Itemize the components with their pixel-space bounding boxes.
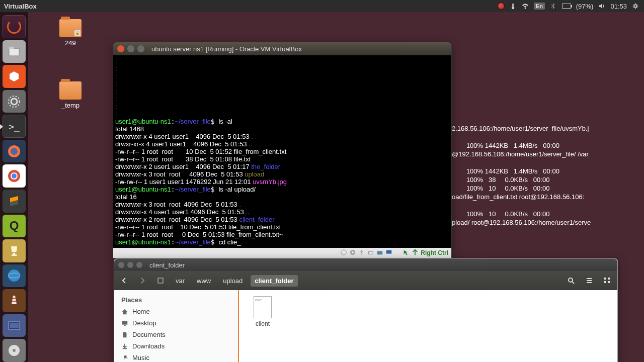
sidebar-home[interactable]: Home (114, 306, 238, 317)
svg-rect-4 (9, 49, 19, 56)
desktop-icon-label: 249 (50, 39, 91, 47)
virtualbox-icon[interactable] (3, 314, 26, 337)
svg-rect-26 (386, 250, 392, 253)
system-settings-icon[interactable] (3, 90, 26, 113)
active-app-name: VirtualBox (4, 3, 37, 10)
view-list-icon[interactable] (582, 274, 596, 288)
svg-point-20 (13, 349, 16, 352)
sidebar-desktop[interactable]: Desktop (114, 317, 238, 329)
svg-rect-25 (377, 251, 383, 254)
svg-rect-16 (12, 301, 16, 302)
wifi-icon[interactable] (522, 3, 529, 10)
svg-point-21 (341, 249, 347, 255)
sidebar-documents[interactable]: Documents (114, 329, 238, 340)
view-grid-icon[interactable] (600, 274, 614, 288)
svg-point-7 (9, 96, 20, 107)
dash-home-icon[interactable] (3, 15, 26, 38)
software-center-icon[interactable] (3, 65, 26, 88)
trophy-icon[interactable] (3, 239, 26, 262)
svg-point-1 (512, 7, 514, 9)
svg-rect-33 (122, 321, 128, 324)
vm-display-icon[interactable] (385, 249, 392, 257)
search-icon[interactable] (564, 274, 578, 288)
battery-icon[interactable] (562, 4, 571, 9)
back-button[interactable] (117, 274, 131, 288)
firefox-icon[interactable] (3, 140, 26, 163)
path-segment-www[interactable]: www (193, 275, 215, 287)
unity-launcher: >_ Q (0, 12, 28, 362)
maximize-icon[interactable] (137, 45, 144, 52)
close-icon[interactable] (118, 262, 124, 268)
file-manager-titlebar[interactable]: client_folder (114, 259, 617, 271)
svg-rect-31 (604, 281, 606, 283)
svg-rect-5 (9, 47, 14, 49)
vm-console[interactable]: : : : : : : : : user1@ubuntu-ns1:~/serve… (113, 55, 451, 248)
lock-icon: 🔒 (74, 30, 80, 36)
sidebar-music[interactable]: Music (114, 352, 238, 362)
background-terminal-output: 2.168.56.106:/home/user1/server_file/uvs… (452, 116, 643, 227)
maximize-icon[interactable] (136, 262, 142, 268)
bluetooth-icon[interactable] (550, 3, 557, 10)
battery-percent: (97%) (576, 3, 594, 10)
path-segment-current[interactable]: client_folder (251, 275, 297, 287)
sidebar-downloads[interactable]: Downloads (114, 340, 238, 352)
file-manager-toolbar: var www upload client_folder (114, 271, 617, 290)
svg-rect-34 (124, 325, 126, 326)
svg-point-23 (352, 251, 354, 253)
qgis-icon[interactable]: Q (3, 215, 26, 238)
svg-point-6 (11, 99, 17, 105)
keyboard-layout-indicator[interactable]: En (534, 3, 544, 10)
vm-mouse-capture-icon[interactable] (403, 249, 410, 257)
desktop-icon-label: _temp (50, 102, 91, 109)
file-manager-window: client_folder var www upload client_fold… (114, 258, 618, 362)
vm-optical-icon[interactable] (349, 249, 356, 257)
svg-rect-0 (513, 4, 514, 7)
path-root-icon[interactable] (153, 274, 168, 288)
globe-app-icon[interactable] (3, 264, 26, 288)
file-item-client[interactable]: oke client (245, 296, 280, 327)
vm-titlebar[interactable]: ubuntu server ns1 [Running] - Oracle VM … (113, 42, 451, 55)
svg-point-2 (525, 8, 526, 9)
vm-usb-icon[interactable] (358, 249, 365, 257)
host-key-label: Right Ctrl (421, 249, 448, 256)
sublime-icon[interactable] (3, 190, 26, 213)
minimize-icon[interactable] (127, 262, 133, 268)
virtualbox-vm-window: ubuntu server ns1 [Running] - Oracle VM … (113, 42, 452, 258)
path-segment-upload[interactable]: upload (219, 275, 247, 287)
svg-rect-32 (608, 281, 610, 283)
svg-rect-24 (369, 251, 373, 254)
volume-icon[interactable] (598, 3, 605, 10)
file-manager-content[interactable]: oke client (239, 290, 617, 362)
chrome-icon[interactable] (3, 164, 26, 188)
vm-keyboard-capture-icon[interactable] (412, 249, 419, 257)
clock[interactable]: 01:53 (610, 3, 627, 10)
vm-disk-icon[interactable] (340, 249, 347, 257)
temperature-icon[interactable] (510, 3, 517, 10)
forward-button[interactable] (135, 274, 149, 288)
vm-shared-folder-icon[interactable] (376, 249, 383, 257)
files-launcher-icon[interactable] (3, 40, 26, 63)
svg-rect-27 (158, 278, 163, 283)
vlc-icon[interactable] (3, 289, 26, 312)
disk-icon[interactable] (3, 339, 26, 362)
minimize-icon[interactable] (127, 45, 134, 52)
close-icon[interactable] (117, 45, 124, 52)
vm-window-title: ubuntu server ns1 [Running] - Oracle VM … (151, 45, 302, 53)
session-gear-icon[interactable] (632, 3, 639, 10)
svg-rect-18 (10, 323, 19, 328)
file-icon: oke (254, 296, 272, 318)
record-indicator-icon[interactable] (498, 3, 505, 10)
desktop-folder-temp[interactable]: _temp (50, 81, 91, 109)
file-manager-title: client_folder (149, 261, 185, 269)
vm-network-icon[interactable] (367, 249, 374, 257)
top-menubar: VirtualBox En (97%) 01:53 (0, 0, 644, 12)
svg-rect-30 (608, 278, 610, 280)
svg-point-13 (8, 269, 20, 282)
path-segment-var[interactable]: var (172, 275, 189, 287)
terminal-launcher-icon[interactable]: >_ (3, 115, 26, 138)
svg-point-9 (11, 148, 18, 155)
desktop-folder-249[interactable]: 🔒 249 (50, 19, 91, 47)
vm-status-bar: Right Ctrl (113, 248, 451, 258)
sidebar-places-header: Places (114, 294, 238, 306)
file-name-label: client (245, 320, 280, 327)
